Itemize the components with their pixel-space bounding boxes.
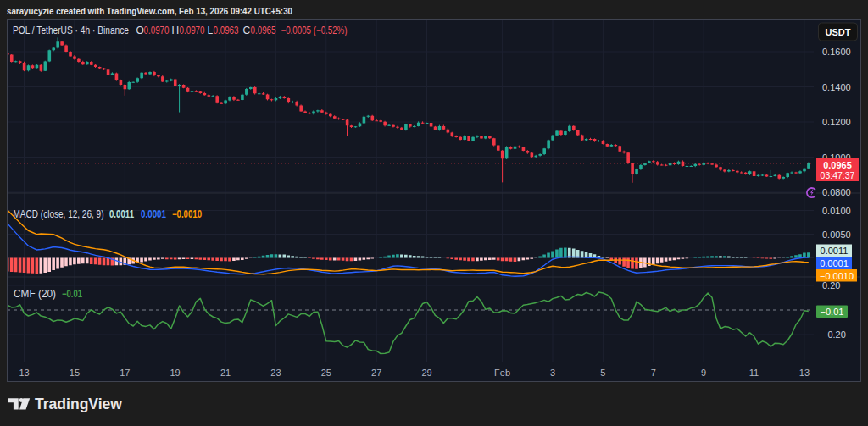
svg-text:29: 29 — [421, 368, 431, 378]
svg-text:−0.01: −0.01 — [62, 288, 82, 300]
svg-text:23: 23 — [270, 368, 281, 378]
svg-text:7: 7 — [651, 368, 656, 378]
svg-text:9: 9 — [701, 368, 706, 378]
svg-text:15: 15 — [70, 368, 80, 378]
svg-text:0.0001: 0.0001 — [141, 208, 166, 220]
svg-text:3: 3 — [550, 368, 555, 378]
svg-text:0.1600: 0.1600 — [822, 47, 851, 57]
svg-text:CMF (20): CMF (20) — [14, 288, 56, 300]
svg-text:03:47:37: 03:47:37 — [821, 170, 855, 180]
svg-text:USDT: USDT — [826, 27, 851, 37]
svg-text:27: 27 — [371, 368, 381, 378]
svg-text:0.20: 0.20 — [822, 280, 840, 290]
svg-text:O: O — [136, 25, 144, 36]
svg-text:17: 17 — [120, 368, 130, 378]
svg-text:0.0011: 0.0011 — [109, 208, 134, 220]
svg-text:0.0100: 0.0100 — [822, 206, 851, 216]
svg-text:L: L — [208, 25, 214, 36]
svg-text:0.1200: 0.1200 — [822, 117, 851, 127]
svg-text:−0.01: −0.01 — [821, 307, 844, 317]
svg-text:−0.20: −0.20 — [822, 329, 846, 340]
svg-text:5: 5 — [600, 368, 605, 378]
svg-text:−0.0005 (−0.52%): −0.0005 (−0.52%) — [281, 25, 348, 36]
svg-text:13: 13 — [799, 368, 810, 378]
svg-text:0.1400: 0.1400 — [822, 82, 851, 92]
svg-text:POL / TetherUS · 4h · Binance: POL / TetherUS · 4h · Binance — [13, 25, 129, 36]
svg-text:0.0050: 0.0050 — [822, 230, 851, 240]
svg-text:−0.0010: −0.0010 — [820, 271, 854, 281]
svg-text:−0.0010: −0.0010 — [172, 208, 202, 220]
svg-text:TradingView: TradingView — [35, 398, 122, 412]
svg-text:sarayucyzie created with Tradi: sarayucyzie created with TradingView.com… — [7, 6, 292, 16]
svg-text:0.0965: 0.0965 — [251, 25, 276, 36]
svg-text:0.0965: 0.0965 — [823, 160, 852, 170]
svg-text:0.0001: 0.0001 — [820, 258, 849, 268]
svg-text:H: H — [172, 25, 180, 36]
svg-text:13: 13 — [19, 368, 29, 378]
svg-text:11: 11 — [749, 368, 759, 378]
svg-text:25: 25 — [321, 368, 331, 378]
svg-text:0.0011: 0.0011 — [821, 246, 849, 256]
svg-text:MACD (close, 12, 26, 9): MACD (close, 12, 26, 9) — [14, 208, 104, 220]
svg-text:C: C — [243, 25, 251, 36]
svg-text:0.0800: 0.0800 — [822, 187, 851, 197]
svg-text:21: 21 — [220, 368, 231, 378]
svg-text:Feb: Feb — [494, 368, 510, 378]
svg-text:0.0970: 0.0970 — [144, 25, 170, 36]
svg-text:19: 19 — [170, 368, 180, 378]
svg-text:0.0963: 0.0963 — [214, 25, 239, 36]
svg-text:0.0970: 0.0970 — [180, 25, 205, 36]
